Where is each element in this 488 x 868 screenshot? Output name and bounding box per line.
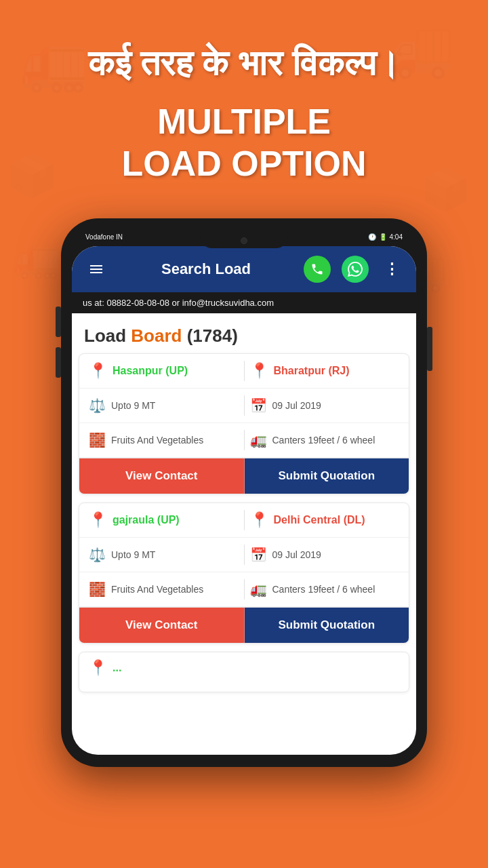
load-label: Load [84, 326, 131, 346]
card-2-goods-vehicle: 🧱 Fruits And Vegetables 🚛 Canters 19feet… [79, 572, 409, 607]
card-2-buttons: View Contact Submit Quotation [79, 607, 409, 643]
weight-icon-1: ⚖️ [89, 397, 106, 414]
card-2-weight-date: ⚖️ Upto 9 MT 📅 09 Jul 2019 [79, 538, 409, 572]
whatsapp-button[interactable] [342, 256, 369, 283]
power-button [427, 327, 432, 371]
card-1-weight-date: ⚖️ Upto 9 MT 📅 09 Jul 2019 [79, 389, 409, 423]
more-options-button[interactable]: ⋮ [380, 257, 404, 281]
time-text: 4:04 [390, 233, 403, 241]
card-2-date: 📅 09 Jul 2019 [250, 547, 400, 563]
phone-screen: Search Load ⋮ us at: 08882-08-08-08 or i… [72, 246, 416, 755]
card-2-goods: 🧱 Fruits And Vegetables [89, 581, 239, 597]
card-1-weight-text: Upto 9 MT [111, 400, 155, 411]
from-location-icon-1: 📍 [89, 362, 107, 380]
app-bar: Search Load ⋮ [72, 246, 416, 292]
load-card-3-partial: 📍 ... [79, 652, 409, 692]
goods-icon-2: 🧱 [89, 581, 106, 597]
view-contact-button-1[interactable]: View Contact [79, 458, 245, 494]
card-1-to-text: Bharatpur (RJ) [274, 365, 350, 377]
front-camera [241, 237, 247, 244]
status-right: 🕐 🔋 4:04 [368, 233, 403, 241]
card-1-from-text: Hasanpur (UP) [113, 365, 188, 377]
board-header: Load Board (1784) [72, 313, 416, 353]
card-1-to: 📍 Bharatpur (RJ) [250, 362, 400, 380]
volume-down-button [56, 347, 61, 378]
card-2-goods-text: Fruits And Vegetables [111, 584, 203, 595]
card-1-vehicle-text: Canters 19feet / 6 wheel [272, 435, 375, 446]
marquee-text: us at: 08882-08-08-08 or info@trucksuvid… [83, 298, 274, 308]
card-2-vehicle-text: Canters 19feet / 6 wheel [272, 584, 375, 595]
card-1-goods-vehicle: 🧱 Fruits And Vegetables 🚛 Canters 19feet… [79, 423, 409, 458]
phone-mockup: Vodafone IN 🕐 🔋 4:04 Search Load [61, 218, 427, 767]
marquee-banner: us at: 08882-08-08-08 or info@trucksuvid… [72, 292, 416, 313]
card-1-vehicle: 🚛 Canters 19feet / 6 wheel [250, 432, 400, 448]
clock-icon: 🕐 [368, 233, 376, 241]
calendar-icon-2: 📅 [250, 547, 267, 563]
card-1-weight: ⚖️ Upto 9 MT [89, 397, 239, 414]
battery-icon: 🔋 [379, 233, 387, 241]
goods-icon-1: 🧱 [89, 432, 106, 448]
menu-button[interactable] [84, 257, 108, 281]
card-2-from: 📍 gajraula (UP) [89, 511, 239, 529]
card-3-from-partial: 📍 ... [89, 659, 399, 677]
english-title: MULTIPLE LOAD OPTION [27, 100, 461, 185]
header-section: कई तरह के भार विकल्प। MULTIPLE LOAD OPTI… [0, 0, 488, 198]
card-2-vehicle: 🚛 Canters 19feet / 6 wheel [250, 581, 400, 597]
calendar-icon-1: 📅 [250, 397, 267, 414]
submit-quotation-button-1[interactable]: Submit Quotation [245, 458, 409, 494]
card-2-to: 📍 Delhi Central (DL) [250, 511, 400, 529]
app-bar-title: Search Load [119, 260, 293, 278]
card-3-locations-partial: 📍 ... [79, 652, 409, 684]
hindi-title: कई तरह के भार विकल्प। [27, 41, 461, 87]
card-1-buttons: View Contact Submit Quotation [79, 458, 409, 494]
to-location-icon-1: 📍 [250, 362, 268, 380]
card-3-from-text: ... [113, 662, 121, 674]
card-1-goods: 🧱 Fruits And Vegetables [89, 432, 239, 448]
card-2-from-text: gajraula (UP) [113, 514, 180, 526]
submit-quotation-button-2[interactable]: Submit Quotation [245, 608, 409, 643]
card-1-locations: 📍 Hasanpur (UP) 📍 Bharatpur (RJ) [79, 354, 409, 389]
truck-icon-1: 🚛 [250, 432, 267, 448]
card-1-from: 📍 Hasanpur (UP) [89, 362, 239, 380]
card-1-date: 📅 09 Jul 2019 [250, 397, 400, 414]
card-2-date-text: 09 Jul 2019 [272, 549, 321, 560]
call-button[interactable] [304, 256, 331, 283]
phone-notch [200, 233, 288, 248]
board-count: (1784) [182, 326, 237, 346]
view-contact-button-2[interactable]: View Contact [79, 608, 245, 643]
to-location-icon-2: 📍 [250, 511, 268, 529]
weight-icon-2: ⚖️ [89, 547, 106, 563]
card-2-weight: ⚖️ Upto 9 MT [89, 547, 239, 563]
board-label: Board [131, 326, 182, 346]
card-1-date-text: 09 Jul 2019 [272, 400, 321, 411]
load-card-1: 📍 Hasanpur (UP) 📍 Bharatpur (RJ) ⚖️ Upto… [79, 353, 409, 494]
card-1-goods-text: Fruits And Vegetables [111, 435, 203, 446]
from-location-icon-3: 📍 [89, 659, 107, 677]
card-2-to-text: Delhi Central (DL) [274, 514, 365, 526]
svg-text:🚛: 🚛 [14, 237, 60, 281]
load-card-2: 📍 gajraula (UP) 📍 Delhi Central (DL) ⚖️ … [79, 502, 409, 644]
card-2-locations: 📍 gajraula (UP) 📍 Delhi Central (DL) [79, 503, 409, 538]
from-location-icon-2: 📍 [89, 511, 107, 529]
truck-icon-2: 🚛 [250, 581, 267, 597]
carrier-text: Vodafone IN [85, 233, 123, 241]
card-2-weight-text: Upto 9 MT [111, 549, 155, 560]
volume-up-button [56, 307, 61, 337]
